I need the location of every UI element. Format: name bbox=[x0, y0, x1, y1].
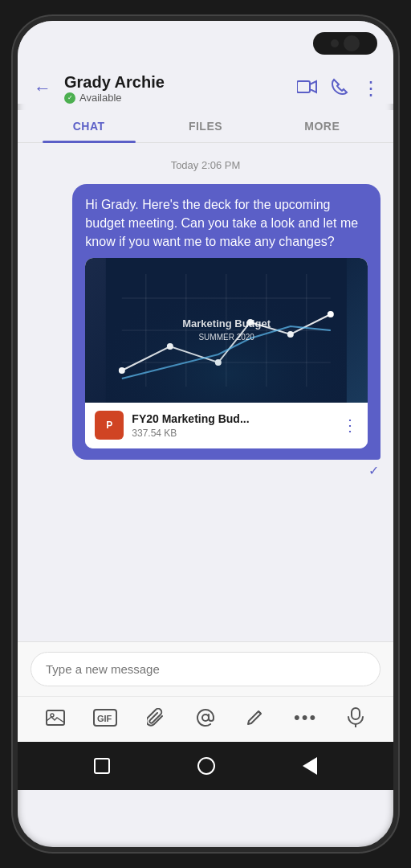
file-size: 337.54 KB bbox=[132, 427, 334, 440]
tab-bar: CHAT FILES MORE bbox=[18, 110, 393, 143]
message-input[interactable] bbox=[31, 652, 380, 686]
back-button[interactable]: ← bbox=[31, 75, 55, 102]
contact-info: Grady Archie Available bbox=[64, 73, 287, 104]
microphone-icon[interactable] bbox=[341, 703, 370, 732]
attachment-preview: Marketing Budget SUMMER 2020 bbox=[85, 258, 368, 403]
home-button[interactable] bbox=[94, 758, 110, 774]
tab-files[interactable]: FILES bbox=[147, 110, 263, 142]
formatting-toolbar: GIF ••• bbox=[18, 696, 393, 742]
mention-icon[interactable] bbox=[191, 703, 220, 732]
file-name: FY20 Marketing Bud... bbox=[132, 411, 334, 427]
bottom-navigation bbox=[18, 742, 393, 790]
sent-checkmark: ✓ bbox=[368, 463, 379, 478]
phone-call-button[interactable] bbox=[331, 78, 348, 100]
contact-status: Available bbox=[64, 92, 287, 104]
more-toolbar-icon[interactable]: ••• bbox=[291, 703, 320, 732]
gif-icon[interactable]: GIF bbox=[91, 703, 120, 732]
ppt-icon: P bbox=[95, 411, 124, 440]
phone-top-bar bbox=[18, 21, 393, 65]
camera-area bbox=[313, 32, 377, 55]
video-call-button[interactable] bbox=[297, 79, 318, 99]
file-details: FY20 Marketing Bud... 337.54 KB bbox=[132, 411, 334, 441]
svg-rect-22 bbox=[352, 708, 360, 719]
back-nav-button[interactable] bbox=[197, 757, 215, 775]
recents-button[interactable] bbox=[303, 757, 317, 775]
status-text: Available bbox=[79, 92, 122, 104]
attachment-title-overlay: Marketing Budget SUMMER 2020 bbox=[182, 317, 271, 343]
file-menu-button[interactable]: ⋮ bbox=[342, 414, 358, 437]
header-actions: ⋮ bbox=[297, 77, 380, 100]
phone-frame: ← Grady Archie Available ⋮ bbox=[13, 16, 398, 852]
attach-icon[interactable] bbox=[141, 703, 170, 732]
tab-more[interactable]: MORE bbox=[264, 110, 380, 142]
camera-lens bbox=[344, 35, 360, 51]
camera-dot-small bbox=[331, 39, 339, 47]
svg-rect-0 bbox=[297, 81, 310, 92]
attachment-card[interactable]: Marketing Budget SUMMER 2020 P FY20 Mark… bbox=[85, 258, 368, 449]
chat-header: ← Grady Archie Available ⋮ bbox=[18, 65, 393, 104]
tab-chat[interactable]: CHAT bbox=[31, 110, 147, 142]
svg-text:GIF: GIF bbox=[97, 714, 112, 723]
attachment-info-bar[interactable]: P FY20 Marketing Bud... 337.54 KB ⋮ bbox=[85, 403, 368, 449]
message-text: Hi Grady. Here's the deck for the upcomi… bbox=[85, 198, 358, 248]
more-options-button[interactable]: ⋮ bbox=[361, 77, 380, 100]
svg-point-21 bbox=[202, 714, 209, 721]
chat-area: Today 2:06 PM Hi Grady. Here's the deck … bbox=[18, 143, 393, 641]
image-icon[interactable] bbox=[41, 703, 70, 732]
message-input-area bbox=[18, 641, 393, 696]
svg-rect-17 bbox=[47, 710, 64, 725]
status-indicator bbox=[64, 92, 75, 104]
sent-message-bubble: Hi Grady. Here's the deck for the upcomi… bbox=[72, 184, 380, 460]
contact-name: Grady Archie bbox=[64, 73, 287, 92]
message-timestamp: Today 2:06 PM bbox=[31, 159, 380, 171]
format-icon[interactable] bbox=[241, 703, 270, 732]
